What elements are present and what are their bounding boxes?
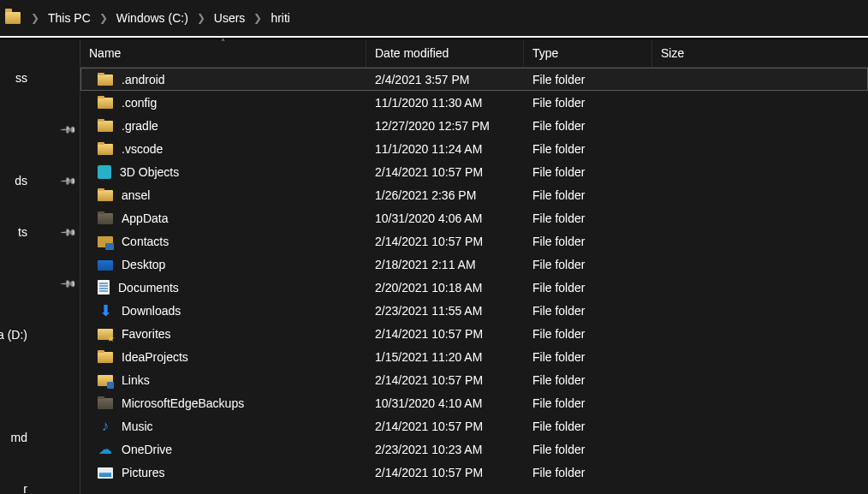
nav-tree-label: ds: [0, 174, 51, 187]
navigation-pane[interactable]: ss📌ds📌ts📌📌a (D:)mdrtstsds: [0, 39, 80, 494]
cell-type: File folder: [524, 350, 652, 364]
cell-name: .android: [98, 73, 366, 86]
file-name: OneDrive: [122, 443, 172, 456]
file-rows: .android2/4/2021 3:57 PMFile folder.conf…: [80, 68, 868, 484]
file-row[interactable]: .gradle12/27/2020 12:57 PMFile folder: [80, 114, 868, 137]
sort-ascending-icon: ˄: [221, 38, 225, 47]
breadcrumb-separator[interactable]: ❯: [94, 12, 113, 24]
file-row[interactable]: IdeaProjects1/15/2021 11:20 AMFile folde…: [80, 345, 868, 368]
cell-type: File folder: [524, 73, 652, 86]
nav-tree-label: ss: [0, 71, 51, 85]
file-row[interactable]: ♪Music2/14/2021 10:57 PMFile folder: [80, 414, 868, 437]
cell-date-modified: 10/31/2020 4:06 AM: [366, 211, 524, 225]
folder-icon: [98, 190, 113, 201]
documents-icon: [98, 280, 110, 295]
cell-date-modified: 10/31/2020 4:10 AM: [366, 396, 524, 410]
file-name: Downloads: [122, 304, 181, 318]
pin-icon: 📌: [60, 172, 78, 190]
cell-type: File folder: [524, 211, 652, 225]
file-name: Contacts: [122, 235, 169, 248]
file-row[interactable]: MicrosoftEdgeBackups10/31/2020 4:10 AMFi…: [80, 391, 868, 414]
cell-type: File folder: [524, 420, 652, 433]
breadcrumb-separator[interactable]: ❯: [192, 12, 211, 24]
file-name: Desktop: [122, 258, 165, 271]
breadcrumb-item[interactable]: Users: [211, 0, 249, 36]
file-row[interactable]: .vscode11/1/2020 11:24 AMFile folder: [80, 137, 868, 160]
downloads-icon: ⬇: [98, 303, 113, 318]
onedrive-icon: ☁: [98, 442, 113, 457]
file-row[interactable]: AppData10/31/2020 4:06 AMFile folder: [80, 206, 868, 229]
cell-name: MicrosoftEdgeBackups: [98, 396, 366, 410]
pin-icon: 📌: [60, 121, 78, 139]
file-row[interactable]: Favorites2/14/2021 10:57 PMFile folder: [80, 322, 868, 345]
nav-tree-item[interactable]: ds📌: [0, 168, 80, 193]
file-row[interactable]: Links2/14/2021 10:57 PMFile folder: [80, 368, 868, 391]
system-folder-icon: [98, 398, 113, 409]
cell-date-modified: 2/14/2021 10:57 PM: [366, 235, 524, 248]
file-row[interactable]: ☁OneDrive2/23/2021 10:23 AMFile folder: [80, 437, 868, 461]
file-name: Pictures: [122, 466, 165, 479]
cell-type: File folder: [524, 165, 652, 179]
folder-icon: [98, 352, 113, 363]
cell-date-modified: 1/26/2021 2:36 PM: [366, 188, 524, 202]
breadcrumb-item[interactable]: hriti: [267, 0, 294, 36]
cell-type: File folder: [524, 396, 652, 410]
breadcrumb-item[interactable]: Windows (C:): [113, 0, 192, 36]
file-name: AppData: [122, 211, 168, 225]
nav-tree-item[interactable]: md: [0, 425, 80, 450]
cell-date-modified: 2/20/2021 10:18 AM: [366, 281, 524, 295]
column-label: Name: [89, 46, 121, 60]
nav-tree-item[interactable]: [0, 373, 80, 399]
desktop-icon: [98, 260, 113, 271]
breadcrumb-label: hriti: [271, 11, 290, 25]
nav-tree-item[interactable]: ss: [0, 65, 80, 91]
cell-date-modified: 2/14/2021 10:57 PM: [366, 466, 524, 479]
column-header-size[interactable]: Size: [652, 39, 734, 67]
cell-date-modified: 12/27/2020 12:57 PM: [366, 119, 524, 133]
file-list-pane: Name ˄ Date modified Type Size .android2…: [80, 39, 868, 494]
breadcrumb-label: Users: [214, 11, 246, 25]
file-row[interactable]: ⬇Downloads2/23/2021 11:55 AMFile folder: [80, 299, 868, 322]
file-row[interactable]: .android2/4/2021 3:57 PMFile folder: [80, 68, 868, 91]
folder-icon: [5, 12, 21, 24]
cell-name: ansel: [98, 188, 366, 202]
file-row[interactable]: Pictures2/14/2021 10:57 PMFile folder: [80, 461, 868, 484]
cell-type: File folder: [524, 235, 652, 248]
cell-name: ⬇Downloads: [98, 303, 366, 318]
cell-name: Documents: [98, 280, 366, 295]
file-row[interactable]: .config11/1/2020 11:30 AMFile folder: [80, 91, 868, 114]
column-header-date-modified[interactable]: Date modified: [366, 39, 524, 67]
cell-name: Favorites: [98, 327, 366, 341]
nav-tree-item[interactable]: ts📌: [0, 219, 80, 245]
nav-tree-label: r: [0, 482, 51, 494]
nav-tree-item[interactable]: r: [0, 476, 80, 494]
address-bar[interactable]: ❯ This PC ❯ Windows (C:) ❯ Users ❯ hriti: [0, 0, 868, 38]
cell-type: File folder: [524, 304, 652, 318]
column-label: Type: [532, 46, 558, 60]
nav-tree-item[interactable]: 📌: [0, 116, 80, 142]
file-row[interactable]: Documents2/20/2021 10:18 AMFile folder: [80, 276, 868, 299]
links-icon: [98, 375, 113, 386]
breadcrumb-separator[interactable]: ❯: [248, 12, 267, 24]
cell-date-modified: 11/1/2020 11:24 AM: [366, 142, 524, 156]
cell-name: Desktop: [98, 258, 366, 271]
cell-date-modified: 2/14/2021 10:57 PM: [366, 165, 524, 179]
cell-date-modified: 2/14/2021 10:57 PM: [366, 420, 524, 433]
nav-tree-item[interactable]: 📌: [0, 271, 80, 296]
cell-date-modified: 2/18/2021 2:11 AM: [366, 258, 524, 271]
column-header-name[interactable]: Name ˄: [80, 39, 366, 67]
cell-type: File folder: [524, 327, 652, 341]
cell-name: Contacts: [98, 235, 366, 248]
file-row[interactable]: ansel1/26/2021 2:36 PMFile folder: [80, 183, 868, 206]
file-row[interactable]: Contacts2/14/2021 10:57 PMFile folder: [80, 229, 868, 253]
nav-tree-item[interactable]: a (D:): [0, 322, 80, 348]
column-header-type[interactable]: Type: [524, 39, 652, 67]
file-row[interactable]: Desktop2/18/2021 2:11 AMFile folder: [80, 253, 868, 276]
breadcrumb-separator[interactable]: ❯: [26, 12, 45, 24]
folder-icon: [98, 144, 113, 155]
file-name: .android: [122, 73, 165, 86]
cell-type: File folder: [524, 281, 652, 295]
breadcrumb-item[interactable]: This PC: [45, 0, 94, 36]
cell-date-modified: 1/15/2021 11:20 AM: [366, 350, 524, 364]
file-row[interactable]: 3D Objects2/14/2021 10:57 PMFile folder: [80, 160, 868, 183]
